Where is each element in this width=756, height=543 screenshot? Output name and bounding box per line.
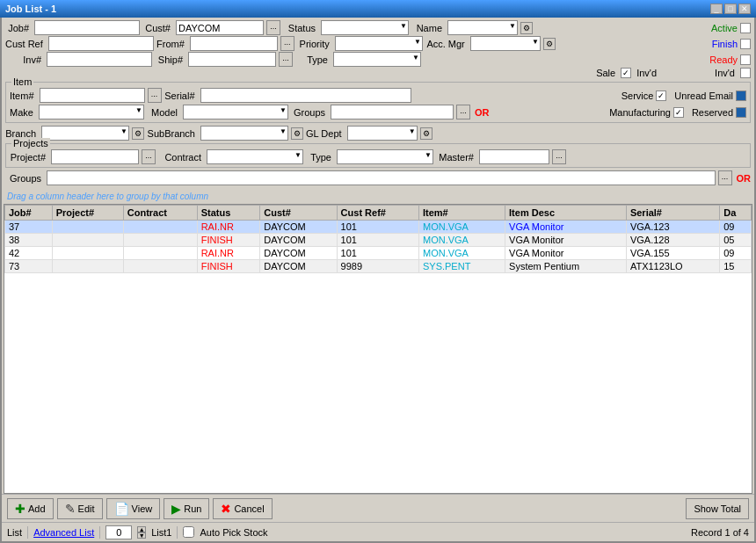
col-status[interactable]: Status [197,206,260,221]
serial-input[interactable] [200,88,411,103]
groups-main-label: Groups [5,173,44,184]
manufacturing-label: Manufacturing [609,107,671,118]
run-button[interactable]: ▶ Run [164,498,209,519]
project-dots-button[interactable]: ··· [142,149,156,164]
title-bar: Job List - 1 _ □ ✕ [0,0,756,18]
from-dots-button[interactable]: ··· [280,36,294,51]
manufacturing-checkbox[interactable]: ✓ [673,107,684,118]
item-num-input[interactable] [40,88,145,103]
finish-status: Finish [712,39,738,49]
gl-dept-dropdown[interactable] [347,126,418,141]
col-cust[interactable]: Cust# [260,206,337,221]
model-label: Model [147,107,180,118]
acc-mgr-dropdown[interactable] [470,36,541,51]
master-input[interactable] [479,149,549,164]
edit-button[interactable]: ✎ Edit [57,498,103,519]
item-num-label: Item# [10,90,37,101]
project-input[interactable] [51,149,139,164]
ready-checkbox[interactable] [740,54,751,65]
cust-ref-input[interactable] [48,36,154,51]
col-job[interactable]: Job# [5,206,53,221]
reserved-checkbox[interactable] [736,107,746,118]
cancel-label: Cancel [234,503,264,514]
serial-label: Serial# [164,90,198,101]
groups-or-label: OR [737,173,752,184]
project-label: Project# [10,152,48,163]
cancel-icon: ✖ [221,502,231,516]
gl-dept-gear-icon[interactable]: ⚙ [420,127,433,140]
col-item[interactable]: Item# [418,206,505,221]
subbranch-dropdown[interactable] [200,126,288,141]
table-row[interactable]: 42RAI.NRDAYCOM101MON.VGAVGA MonitorVGA.1… [5,247,752,260]
col-project[interactable]: Project# [52,206,123,221]
ship-dots-button[interactable]: ··· [279,52,293,67]
view-button[interactable]: 📄 View [106,498,161,519]
subbranch-label: SubBranch [147,128,198,139]
spinner-down[interactable]: ▼ [137,532,146,539]
add-label: Add [28,503,46,514]
table-row[interactable]: 73FINISHDAYCOM9989SYS.PENTSystem Pentium… [5,260,752,273]
drag-hint: Drag a column header here to group by th… [2,189,754,204]
maximize-button[interactable]: □ [724,4,737,14]
active-checkbox[interactable] [740,23,751,33]
from-input[interactable] [190,36,278,51]
unread-email-label: Unread Email [674,90,733,101]
item-section-label: Item [11,76,33,87]
col-da[interactable]: Da [720,206,752,221]
col-contract[interactable]: Contract [123,206,197,221]
invd-checkbox[interactable] [740,68,751,78]
service-checkbox[interactable]: ✓ [656,90,666,101]
name-dropdown[interactable] [447,20,518,35]
advanced-list-label[interactable]: Advanced List [33,527,94,538]
acc-mgr-gear-icon[interactable]: ⚙ [543,38,556,50]
cust-dots-button[interactable]: ··· [266,20,280,35]
name-gear-icon[interactable]: ⚙ [520,22,533,34]
add-button[interactable]: ✚ Add [7,498,54,519]
make-dropdown[interactable] [39,105,144,119]
reserved-label: Reserved [692,107,733,118]
table-row[interactable]: 38FINISHDAYCOM101MON.VGAVGA MonitorVGA.1… [5,234,752,247]
view-label: View [132,503,153,514]
spinner-up[interactable]: ▲ [137,526,146,532]
bottom-toolbar: ✚ Add ✎ Edit 📄 View ▶ Run ✖ Cancel Show … [2,494,754,522]
inv-input[interactable] [47,52,152,67]
model-dropdown[interactable] [183,105,288,119]
status-dropdown[interactable] [321,20,409,35]
type-dropdown[interactable] [333,52,421,67]
record-info: Record 1 of 4 [691,527,749,538]
unread-email-checkbox[interactable] [736,90,746,101]
groups-item-input[interactable] [331,105,454,119]
branch-dropdown[interactable] [41,126,129,141]
branch-gear-icon[interactable]: ⚙ [132,127,144,140]
table-row[interactable]: 37RAI.NRDAYCOM101MON.VGAVGA MonitorVGA.1… [5,221,752,234]
groups-main-dots-button[interactable]: ··· [718,170,732,185]
col-cust-ref[interactable]: Cust Ref# [337,206,418,221]
cust-input[interactable] [176,20,264,35]
show-total-button[interactable]: Show Total [686,498,749,519]
cust-label: Cust# [142,23,173,33]
list-number-input[interactable] [105,525,132,539]
proj-type-dropdown[interactable] [337,149,433,164]
col-item-desc[interactable]: Item Desc [505,206,627,221]
contract-dropdown[interactable] [207,149,303,164]
from-label: From# [156,39,187,49]
ship-input[interactable] [188,52,276,67]
list-label: List [7,527,22,538]
list-spinner[interactable]: ▲ ▼ [137,526,146,539]
item-dots-button[interactable]: ··· [148,88,162,103]
priority-dropdown[interactable] [335,36,423,51]
cancel-button[interactable]: ✖ Cancel [213,498,272,519]
close-button[interactable]: ✕ [738,4,751,14]
subbranch-gear-icon[interactable]: ⚙ [291,127,303,140]
finish-checkbox[interactable] [740,39,751,49]
auto-pick-checkbox[interactable] [183,526,194,538]
minimize-button[interactable]: _ [710,4,723,14]
gl-dept-label: GL Dept [306,128,345,139]
groups-dots-button[interactable]: ··· [456,105,470,119]
col-serial[interactable]: Serial# [626,206,719,221]
sale-checkbox[interactable]: ✓ [621,68,631,78]
job-input[interactable] [34,20,140,35]
inv-label: Inv# [5,54,44,65]
groups-main-input[interactable] [47,170,716,185]
master-dots-button[interactable]: ··· [552,149,566,164]
